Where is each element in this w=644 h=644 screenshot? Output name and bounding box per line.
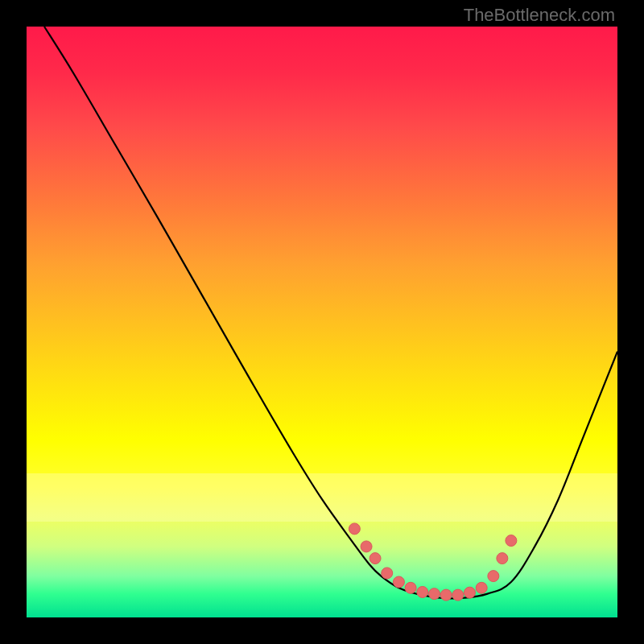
bottleneck-curve bbox=[44, 27, 617, 598]
data-marker bbox=[488, 571, 499, 582]
data-marker bbox=[349, 523, 360, 535]
data-marker bbox=[440, 589, 452, 601]
data-marker bbox=[382, 568, 393, 579]
data-marker bbox=[393, 576, 404, 588]
data-marker bbox=[476, 582, 487, 593]
data-marker bbox=[497, 553, 508, 564]
data-marker bbox=[369, 553, 381, 564]
data-marker bbox=[464, 587, 476, 598]
data-marker bbox=[361, 541, 372, 552]
marker-group bbox=[349, 523, 517, 601]
chart-container: TheBottleneck.com bbox=[0, 0, 644, 644]
data-marker bbox=[417, 586, 428, 597]
attribution-text: TheBottleneck.com bbox=[464, 5, 615, 26]
data-marker bbox=[405, 582, 416, 593]
data-marker bbox=[452, 589, 464, 601]
data-marker bbox=[506, 535, 517, 547]
data-marker bbox=[428, 588, 440, 600]
chart-svg bbox=[27, 27, 617, 617]
